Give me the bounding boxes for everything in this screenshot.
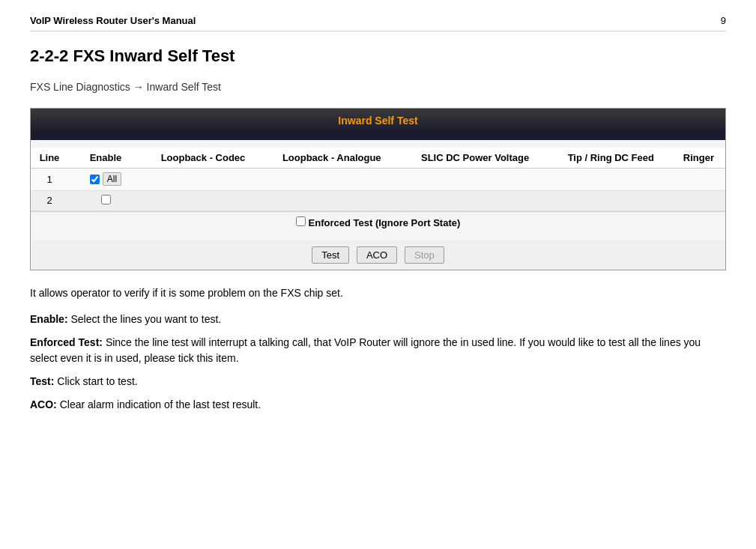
- col-header-ringer: Ringer: [672, 148, 725, 169]
- page-number: 9: [721, 15, 726, 26]
- enable-text: Select the lines you want to test.: [70, 313, 221, 325]
- panel-footer: Test ACO Stop: [31, 240, 725, 270]
- ringer-2: [672, 190, 725, 210]
- test-text: Click start to test.: [57, 375, 137, 387]
- enforced-test-row: Enforced Test (Ignore Port State): [31, 211, 725, 233]
- col-header-loopback-analogue: Loopback - Analogue: [263, 148, 401, 169]
- loopback-analogue-2: [263, 190, 401, 210]
- ringer-1: [672, 169, 725, 191]
- enable-cell-1: All: [68, 169, 143, 191]
- breadcrumb: FXS Line Diagnostics → Inward Self Test: [30, 81, 726, 93]
- col-header-enable: Enable: [68, 148, 143, 169]
- panel-title: Inward Self Test: [31, 109, 725, 133]
- line-number-1: 1: [31, 169, 68, 191]
- slic-2: [401, 190, 550, 210]
- section-title: 2-2-2 FXS Inward Self Test: [30, 46, 726, 66]
- col-header-tip-ring: Tip / Ring DC Feed: [550, 148, 672, 169]
- col-header-loopback-codec: Loopback - Codec: [143, 148, 263, 169]
- test-description: Test: Click start to test.: [30, 374, 726, 389]
- panel-body: Line Enable Loopback - Codec Loopback - …: [31, 140, 725, 240]
- enforced-test-label: Enforced Test (Ignore Port State): [309, 217, 461, 228]
- enforced-text: Since the line test will interrupt a tal…: [30, 336, 701, 364]
- enable-cell-2: [68, 190, 143, 210]
- table-row: 2: [31, 190, 725, 210]
- col-header-slic: SLIC DC Power Voltage: [401, 148, 550, 169]
- page-header: VoIP Wireless Router User's Manual 9: [30, 15, 726, 31]
- enforced-label: Enforced Test:: [30, 336, 103, 348]
- enable-label: Enable:: [30, 313, 68, 325]
- inward-self-test-panel: Inward Self Test Line Enable Loopback - …: [30, 108, 726, 270]
- aco-description: ACO: Clear alarm indication of the last …: [30, 397, 726, 413]
- enforced-test-checkbox[interactable]: [296, 216, 306, 226]
- enable-checkbox-2[interactable]: [101, 195, 111, 204]
- stop-button[interactable]: Stop: [405, 246, 444, 264]
- loopback-codec-2: [143, 190, 263, 210]
- tip-ring-1: [550, 169, 672, 191]
- enable-checkbox-1[interactable]: [90, 175, 100, 184]
- tip-ring-2: [550, 190, 672, 210]
- test-button[interactable]: Test: [312, 246, 349, 264]
- table-row: 1 All: [31, 169, 725, 191]
- slic-1: [401, 169, 550, 191]
- test-label: Test:: [30, 375, 54, 387]
- enforced-description: Enforced Test: Since the line test will …: [30, 335, 726, 366]
- aco-button[interactable]: ACO: [357, 246, 397, 264]
- col-header-line: Line: [31, 148, 68, 169]
- intro-description: It allows operator to verify if it is so…: [30, 285, 726, 301]
- loopback-codec-1: [143, 169, 263, 191]
- line-number-2: 2: [31, 190, 68, 210]
- settings-table: Line Enable Loopback - Codec Loopback - …: [31, 148, 725, 211]
- intro-text: It allows operator to verify if it is so…: [30, 287, 343, 299]
- loopback-analogue-1: [263, 169, 401, 191]
- panel-subheader: [31, 133, 725, 140]
- manual-title: VoIP Wireless Router User's Manual: [30, 15, 196, 26]
- table-header-row: Line Enable Loopback - Codec Loopback - …: [31, 148, 725, 169]
- enable-description: Enable: Select the lines you want to tes…: [30, 312, 726, 327]
- aco-label: ACO:: [30, 398, 57, 410]
- all-button[interactable]: All: [103, 172, 121, 186]
- aco-text: Clear alarm indication of the last test …: [60, 398, 261, 410]
